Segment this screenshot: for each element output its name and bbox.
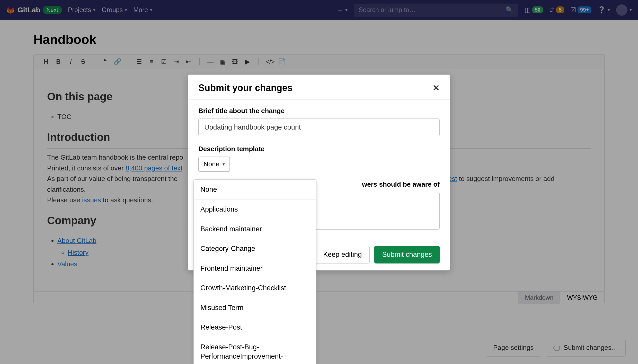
modal-title: Submit your changes <box>198 83 293 93</box>
submit-button[interactable]: Submit changes <box>374 246 440 263</box>
keep-editing-button[interactable]: Keep editing <box>315 246 370 263</box>
template-option[interactable]: Misused Term <box>194 298 316 317</box>
template-dropdown: None Applications Backend maintainer Cat… <box>193 179 316 364</box>
title-label: Brief title about the change <box>198 107 440 115</box>
template-option[interactable]: Applications <box>194 199 316 219</box>
template-label: Description template <box>198 145 440 153</box>
template-option[interactable]: Release-Post-Bug-PerformanceImprovement- <box>194 337 316 364</box>
template-option[interactable]: Growth-Marketing-Checklist <box>194 278 316 298</box>
template-option[interactable]: Frontend maintainer <box>194 259 316 278</box>
template-option[interactable]: Backend maintainer <box>194 219 316 239</box>
modal-header: Submit your changes ✕ <box>188 75 450 100</box>
title-input[interactable] <box>198 119 440 136</box>
chevron-down-icon: ▾ <box>223 161 225 167</box>
template-option[interactable]: Release-Post <box>194 317 316 337</box>
template-option[interactable]: None <box>194 180 316 199</box>
template-select[interactable]: None▾ <box>198 157 230 172</box>
close-icon[interactable]: ✕ <box>432 83 440 93</box>
template-option[interactable]: Category-Change <box>194 239 316 258</box>
